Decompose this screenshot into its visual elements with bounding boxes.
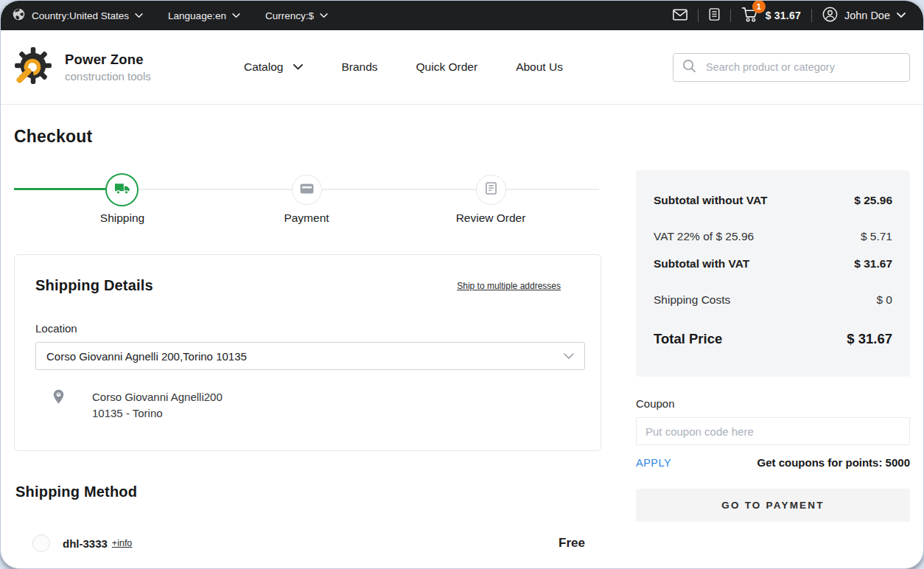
search-box: [673, 53, 910, 82]
summary-label: VAT 22% of $ 25.96: [654, 230, 754, 243]
shipping-method-info-link[interactable]: +info: [112, 538, 132, 548]
brand-tagline: construction tools: [65, 70, 151, 83]
summary-label: Shipping Costs: [654, 293, 730, 307]
summary-value: $ 31.67: [854, 257, 892, 270]
ship-multiple-addresses-link[interactable]: Ship to multiple addresses: [457, 281, 561, 291]
summary-value: $ 31.67: [847, 331, 892, 347]
order-summary-card: Subtotal without VAT $ 25.96 VAT 22% of …: [636, 170, 910, 377]
coupon-label: Coupon: [636, 397, 910, 410]
coupon-input[interactable]: [636, 417, 910, 445]
progress-track-completed: [14, 188, 107, 190]
summary-value: $ 5.71: [861, 230, 892, 243]
credit-card-icon: [300, 184, 314, 197]
divider: [698, 9, 699, 22]
step-label-review-order: Review Order: [456, 212, 526, 225]
nav-item-quick-order[interactable]: Quick Order: [416, 60, 478, 74]
nav-label: About Us: [516, 60, 563, 74]
shipping-details-card: Shipping Details Ship to multiple addres…: [14, 254, 601, 451]
step-label-payment: Payment: [284, 212, 329, 225]
checkout-progress: Shipping Payment Review Order: [14, 173, 601, 225]
mail-icon: [673, 9, 687, 23]
summary-value: $ 25.96: [854, 194, 892, 207]
divider: [811, 9, 812, 22]
summary-row-total-price: Total Price $ 31.67: [654, 331, 892, 347]
summary-label: Subtotal without VAT: [654, 194, 767, 207]
apply-coupon-button[interactable]: APPLY: [636, 457, 671, 469]
user-name: John Doe: [844, 10, 890, 21]
step-review-order[interactable]: [476, 175, 506, 205]
brand-name: Power Zone: [65, 52, 151, 68]
shipping-method-price: Free: [559, 536, 585, 551]
currency-label: Currency:$: [265, 10, 314, 21]
address-line-2: 10135 - Torino: [92, 405, 223, 422]
nav-label: Brands: [341, 60, 377, 74]
selected-address: Corso Giovanni Agnelli200 10135 - Torino: [53, 389, 580, 422]
location-pin-icon: [53, 389, 64, 407]
summary-row-subtotal-with-vat: Subtotal with VAT $ 31.67: [654, 257, 892, 270]
step-payment[interactable]: [292, 175, 322, 205]
shipping-method-title: Shipping Method: [15, 484, 601, 500]
chevron-down-icon: [564, 353, 574, 360]
currency-selector[interactable]: Currency:$: [265, 10, 328, 21]
globe-icon: [13, 8, 25, 24]
orders-button[interactable]: [709, 8, 720, 23]
nav-item-catalog[interactable]: Catalog: [244, 60, 303, 74]
location-select[interactable]: Corso Giovanni Agnelli 200,Torino 10135: [35, 342, 585, 370]
summary-label: Subtotal with VAT: [654, 257, 749, 270]
nav-item-brands[interactable]: Brands: [341, 60, 377, 74]
nav-item-about-us[interactable]: About Us: [516, 60, 563, 74]
summary-row-vat: VAT 22% of $ 25.96 $ 5.71: [654, 230, 892, 243]
chevron-down-icon: [897, 13, 906, 18]
language-label: Language:en: [168, 10, 226, 21]
location-select-value: Corso Giovanni Agnelli 200,Torino 10135: [46, 350, 247, 363]
chevron-down-icon: [135, 13, 143, 18]
cart-count-badge: 1: [752, 0, 766, 13]
page-title: Checkout: [14, 127, 601, 147]
site-header: Power Zone construction tools Catalog Br…: [1, 30, 923, 105]
main-nav: Catalog Brands Quick Order About Us: [244, 60, 563, 74]
summary-value: $ 0: [876, 293, 892, 307]
address-line-1: Corso Giovanni Agnelli200: [92, 389, 223, 405]
chevron-down-icon: [232, 13, 240, 18]
account-menu[interactable]: John Doe: [822, 7, 906, 24]
summary-row-shipping-costs: Shipping Costs $ 0: [654, 293, 892, 307]
shipping-method-option: dhl-3333 +info Free: [14, 534, 601, 552]
step-shipping[interactable]: [105, 173, 139, 206]
nav-label: Quick Order: [416, 60, 478, 74]
cart-total: $ 31.67: [766, 10, 801, 21]
country-selector[interactable]: Country:United States: [32, 10, 143, 21]
go-to-payment-button[interactable]: GO TO PAYMENT: [636, 489, 910, 522]
location-label: Location: [35, 322, 580, 335]
language-selector[interactable]: Language:en: [168, 10, 240, 21]
top-utility-bar: Country:United States Language:en Curren…: [1, 1, 923, 30]
truck-icon: [114, 183, 130, 198]
step-label-shipping: Shipping: [100, 212, 144, 225]
search-input[interactable]: [704, 60, 900, 74]
summary-row-subtotal-without-vat: Subtotal without VAT $ 25.96: [654, 194, 892, 207]
summary-label: Total Price: [654, 331, 722, 347]
receipt-icon: [486, 182, 497, 198]
shipping-method-name: dhl-3333: [63, 537, 108, 550]
shipping-method-radio[interactable]: [32, 534, 50, 552]
nav-label: Catalog: [244, 60, 283, 74]
divider: [730, 9, 731, 22]
search-icon: [682, 59, 696, 76]
chevron-down-icon: [293, 64, 303, 70]
coupon-points-link[interactable]: Get coupons for points: 5000: [757, 456, 910, 469]
user-icon: [822, 7, 838, 24]
gear-wrench-logo-icon: [14, 46, 52, 88]
shipping-details-title: Shipping Details: [35, 277, 153, 294]
brand-logo[interactable]: Power Zone construction tools: [14, 46, 244, 88]
document-icon: [709, 8, 720, 23]
cart-button[interactable]: 1: [741, 7, 758, 25]
messages-button[interactable]: [673, 9, 687, 23]
main-content: Checkout Shipping Payment: [1, 105, 923, 552]
chevron-down-icon: [320, 13, 328, 18]
browser-window: Country:United States Language:en Curren…: [0, 0, 924, 569]
country-label: Country:United States: [32, 10, 129, 21]
